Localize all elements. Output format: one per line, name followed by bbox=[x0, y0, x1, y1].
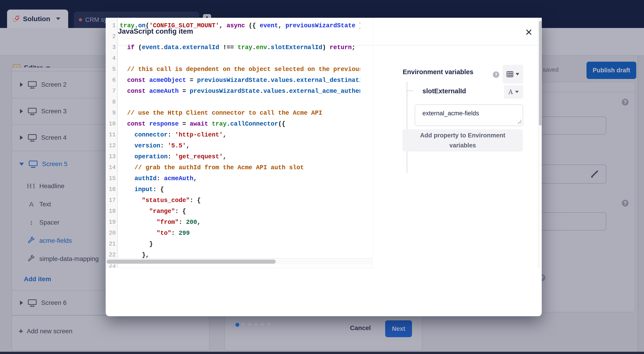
line-number: 5 bbox=[106, 64, 116, 75]
code-line-8: 8 bbox=[106, 97, 373, 108]
monitor-icon bbox=[28, 81, 36, 88]
line-number: 19 bbox=[106, 217, 116, 228]
chevron-right-icon[interactable] bbox=[20, 109, 23, 113]
tab-solution-label: Solution bbox=[23, 15, 50, 23]
code-line-11: 11 connector: 'http-client', bbox=[106, 129, 373, 140]
resize-handle[interactable] bbox=[517, 120, 521, 124]
monitor-icon bbox=[28, 108, 36, 115]
line-number: 20 bbox=[106, 228, 116, 239]
line-number: 4 bbox=[106, 53, 116, 64]
plus-icon: + bbox=[19, 327, 23, 335]
line-number: 12 bbox=[106, 140, 116, 151]
string-type-icon: A bbox=[508, 89, 513, 96]
help-icon[interactable]: ? bbox=[622, 200, 628, 207]
chevron-down-icon bbox=[515, 91, 519, 93]
code-line-15: 15 authId: acmeAuth, bbox=[106, 173, 373, 184]
line-number: 18 bbox=[106, 206, 116, 217]
code-line-10: 10 const response = await tray.callConne… bbox=[106, 118, 373, 129]
sidebar-item-label: Headline bbox=[39, 183, 64, 190]
tree-connector-tick bbox=[407, 91, 413, 91]
pencil-icon[interactable] bbox=[591, 170, 599, 178]
line-number: 14 bbox=[106, 162, 116, 173]
h1-icon: H1 bbox=[26, 183, 36, 190]
chevron-down-icon bbox=[516, 73, 519, 75]
add-new-screen-button[interactable]: +Add new screen bbox=[12, 315, 209, 346]
sidebar-item-label: Spacer bbox=[39, 219, 60, 226]
code-line-3: 3 if (event.data.externalId !== tray.env… bbox=[106, 42, 373, 53]
sidebar-item-label: Screen 2 bbox=[41, 81, 66, 88]
code-line-13: 13 operation: 'get_request', bbox=[106, 151, 373, 162]
code-line-14: 14 // grab the authId from the Acme API … bbox=[106, 162, 373, 173]
help-icon[interactable]: ? bbox=[622, 99, 628, 106]
code-line-6: 6 const acmeObject = previousWizardState… bbox=[106, 75, 373, 86]
chevron-right-icon[interactable] bbox=[20, 300, 23, 305]
text-icon: A bbox=[29, 201, 34, 208]
line-number: 16 bbox=[106, 184, 116, 195]
env-var-type-button[interactable]: A bbox=[504, 85, 523, 99]
unsaved-dot bbox=[79, 18, 82, 21]
env-var-value: external_acme-fields bbox=[422, 110, 479, 117]
close-icon[interactable]: ✕ bbox=[523, 27, 534, 38]
line-number: 8 bbox=[106, 97, 116, 108]
chevron-down-icon[interactable] bbox=[19, 163, 24, 166]
horizontal-scrollbar[interactable] bbox=[106, 258, 373, 264]
cancel-button[interactable]: Cancel bbox=[350, 324, 371, 332]
sidebar-item-label: Screen 3 bbox=[41, 108, 66, 115]
pagination-dot[interactable] bbox=[248, 323, 251, 326]
code-line-1: 1tray.on('CONFIG_SLOT_MOUNT', async ({ e… bbox=[106, 20, 373, 31]
env-var-name: slotExternalId bbox=[422, 87, 466, 95]
code-line-7: 7 const acmeAuth = previousWizardState.v… bbox=[106, 86, 373, 97]
code-line-9: 9 // use the Http Client connector to ca… bbox=[106, 108, 373, 118]
sidebar-item-label: Screen 5 bbox=[42, 160, 68, 168]
code-line-16: 16 input: { bbox=[106, 184, 373, 195]
pagination-dot-active[interactable] bbox=[236, 323, 239, 327]
code-line-18: 18 "range": { bbox=[106, 206, 373, 217]
line-number: 10 bbox=[106, 118, 116, 129]
pagination-dot[interactable] bbox=[242, 323, 245, 326]
code-line-20: 20 "to": 299 bbox=[106, 228, 373, 239]
line-number: 13 bbox=[106, 151, 116, 162]
code-editor[interactable]: 1tray.on('CONFIG_SLOT_MOUNT', async ({ e… bbox=[106, 18, 373, 268]
code-line-2: 2 bbox=[106, 31, 373, 42]
code-line-19: 19 "from": 200, bbox=[106, 217, 373, 228]
line-number: 6 bbox=[106, 75, 116, 86]
monitor-icon bbox=[29, 161, 38, 167]
publish-draft-button[interactable]: Publish draft bbox=[586, 62, 636, 79]
code-line-21: 21 } bbox=[106, 239, 373, 250]
table-icon bbox=[506, 71, 513, 77]
horizontal-scrollbar-thumb[interactable] bbox=[106, 260, 276, 264]
line-number: 1 bbox=[106, 20, 116, 31]
rocket-icon bbox=[12, 15, 20, 23]
line-number: 17 bbox=[106, 195, 116, 206]
spacer-icon: ↕ bbox=[30, 219, 33, 226]
sidebar-item-label: Screen 4 bbox=[41, 134, 66, 141]
env-view-mode-button[interactable] bbox=[503, 65, 523, 84]
tab-solution[interactable]: Solution bbox=[7, 10, 68, 28]
wrench-icon bbox=[28, 254, 35, 264]
env-variables-heading: Environment variables bbox=[403, 68, 473, 76]
monitor-icon bbox=[28, 299, 36, 306]
monitor-icon bbox=[28, 134, 36, 141]
right-edge-strip bbox=[638, 56, 644, 354]
line-number: 11 bbox=[106, 129, 116, 140]
javascript-config-modal: JavaScript config item ✕ 1tray.on('CONFI… bbox=[106, 18, 542, 316]
chevron-right-icon[interactable] bbox=[20, 82, 23, 87]
code-line-12: 12 version: '5.5', bbox=[106, 140, 373, 151]
pagination-dot[interactable] bbox=[267, 323, 270, 326]
line-number: 7 bbox=[106, 86, 116, 97]
chevron-right-icon[interactable] bbox=[20, 135, 23, 140]
bottom-edge-band bbox=[0, 352, 644, 354]
sidebar-item-label: acme-fields bbox=[39, 237, 72, 244]
line-number: 21 bbox=[106, 239, 116, 250]
line-number: 15 bbox=[106, 173, 116, 184]
add-property-button[interactable]: Add property to Environment variables bbox=[402, 129, 523, 151]
code-line-17: 17 "status_code": { bbox=[106, 195, 373, 206]
line-number: 2 bbox=[106, 31, 116, 42]
next-button[interactable]: Next bbox=[385, 320, 412, 337]
line-number: 9 bbox=[106, 108, 116, 118]
code-line-5: 5 // this call is dependent on the objec… bbox=[106, 64, 373, 75]
pagination-dot[interactable] bbox=[254, 323, 258, 326]
wrench-icon bbox=[28, 236, 35, 246]
pagination-dot[interactable] bbox=[261, 323, 264, 326]
help-icon[interactable]: ? bbox=[493, 71, 499, 78]
